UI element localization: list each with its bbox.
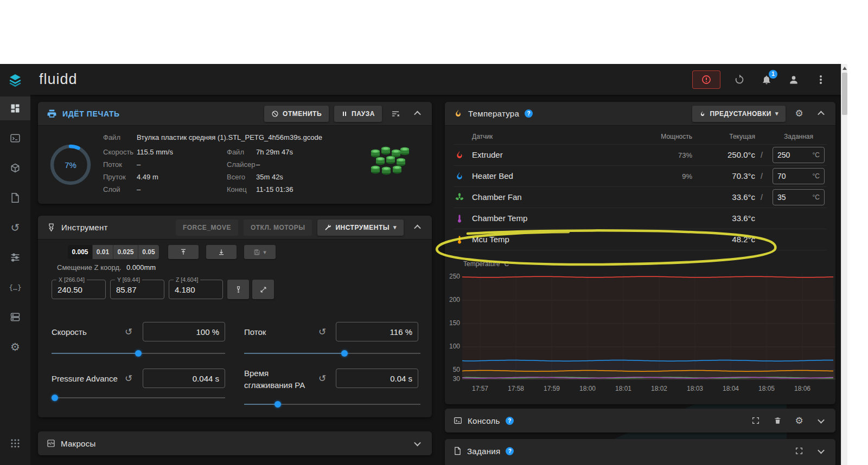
help-icon[interactable]: ?	[525, 109, 533, 118]
z-position-input[interactable]	[169, 280, 222, 299]
jobs-header[interactable]: Задания ?	[445, 439, 835, 463]
speed-reset-icon[interactable]: ↺	[125, 327, 132, 337]
scrollbar-up-arrow[interactable]	[843, 67, 847, 70]
fluidd-logo[interactable]	[0, 68, 30, 92]
speed-field[interactable]	[143, 322, 225, 341]
pa-slider[interactable]	[52, 395, 225, 401]
print-stats-toggle-icon[interactable]	[387, 106, 404, 122]
y-position-field[interactable]: Y [69.44]	[110, 280, 164, 299]
emergency-stop-button[interactable]	[692, 70, 720, 89]
help-icon[interactable]: ?	[506, 447, 514, 455]
smooth-reset-icon[interactable]: ↺	[318, 374, 326, 383]
fullscreen-icon[interactable]	[748, 412, 764, 429]
sidebar-item-tune[interactable]	[0, 246, 30, 269]
sidebar-item-apps[interactable]	[0, 431, 30, 455]
target-value-input[interactable]	[773, 151, 813, 159]
speed-slider[interactable]	[52, 350, 225, 357]
y-position-input[interactable]	[111, 280, 164, 299]
x-position-input[interactable]	[52, 280, 105, 299]
chamber-fan-target-input[interactable]: °C	[773, 189, 825, 205]
macros-header[interactable]: Макросы	[38, 431, 432, 455]
app-bar-actions: 1	[692, 70, 841, 89]
flow-slider-thumb[interactable]	[341, 350, 348, 357]
z-up-button[interactable]	[168, 245, 199, 259]
collapse-card-icon[interactable]	[409, 106, 425, 122]
pa-input[interactable]	[143, 369, 225, 388]
flow-input[interactable]	[336, 322, 418, 341]
position-mode-button[interactable]	[227, 280, 249, 299]
sidebar-item-configure[interactable]: {…}	[0, 275, 30, 299]
flow-slider[interactable]	[244, 350, 420, 357]
stat-label: Файл	[227, 148, 244, 156]
speed-slider-thumb[interactable]	[135, 350, 142, 357]
presets-dropdown-button[interactable]: ПРЕДУСТАНОВКИ ▾	[692, 106, 786, 122]
target-value-input[interactable]	[773, 193, 813, 202]
target-value-input[interactable]	[773, 172, 813, 180]
motors-off-button[interactable]: ОТКЛ. МОТОРЫ	[244, 219, 312, 236]
help-icon[interactable]: ?	[506, 417, 514, 425]
pa-reset-icon[interactable]: ↺	[125, 374, 132, 383]
sensor-name[interactable]: Mcu Temp	[472, 235, 509, 244]
sidebar-item-console[interactable]	[0, 126, 30, 150]
collapse-card-icon[interactable]	[813, 106, 829, 122]
speed-input[interactable]	[143, 322, 225, 341]
z-step-option[interactable]: 0.05	[138, 245, 159, 259]
sensor-name[interactable]: Chamber Fan	[472, 192, 522, 202]
sensor-name[interactable]: Chamber Temp	[472, 214, 527, 223]
trash-icon[interactable]	[769, 412, 786, 429]
sidebar-item-files[interactable]	[0, 186, 30, 210]
sensor-name[interactable]: Extruder	[472, 150, 503, 159]
notifications-bell-icon[interactable]: 1	[758, 72, 775, 88]
z-step-option[interactable]: 0.005	[68, 245, 93, 259]
cancel-print-button[interactable]: ОТМЕНИТЬ	[264, 106, 329, 122]
sidebar-item-history[interactable]: ↺	[0, 216, 30, 240]
collapse-card-icon[interactable]	[409, 219, 425, 236]
sidebar-item-system[interactable]	[0, 305, 30, 329]
sidebar-item-preview[interactable]	[0, 156, 30, 180]
expand-card-icon[interactable]	[813, 443, 829, 459]
temperature-settings-gear-icon[interactable]: ⚙	[791, 106, 807, 122]
smooth-slider[interactable]	[244, 401, 420, 408]
console-settings-gear-icon[interactable]: ⚙	[791, 412, 807, 429]
heater-bed-target-input[interactable]: °C	[773, 168, 825, 184]
sidebar-item-settings[interactable]: ⚙	[0, 335, 30, 359]
move-diagonal-button[interactable]	[252, 280, 274, 299]
z-down-button[interactable]	[206, 245, 237, 259]
flow-field[interactable]	[336, 322, 418, 341]
fullscreen-icon[interactable]	[791, 443, 807, 459]
sidebar-item-dashboard[interactable]	[0, 96, 30, 120]
expand-card-icon[interactable]	[813, 412, 829, 429]
print-thumbnail	[367, 144, 412, 180]
save-z-offset-button[interactable]: ▾	[244, 245, 276, 259]
smooth-input[interactable]	[336, 369, 418, 388]
tools-dropdown-button[interactable]: ИНСТРУМЕНТЫ ▾	[317, 219, 404, 236]
fan-icon	[455, 192, 464, 202]
scrollbar[interactable]	[841, 64, 847, 465]
user-icon[interactable]	[786, 72, 802, 88]
pa-slider-thumb[interactable]	[52, 395, 58, 401]
expand-card-icon[interactable]	[409, 435, 425, 451]
slash-separator: /	[761, 172, 763, 180]
sensor-name[interactable]: Heater Bed	[472, 171, 513, 180]
pa-field[interactable]	[143, 369, 225, 388]
z-position-field[interactable]: Z [4.604]	[169, 280, 223, 299]
console-header[interactable]: Консоль ? ⚙	[445, 409, 835, 432]
force-move-button[interactable]: FORCE_MOVE	[176, 219, 238, 236]
z-step-option[interactable]: 0.01	[93, 245, 113, 259]
x-position-field[interactable]: X [266.04]	[52, 280, 106, 299]
stat-value: –	[137, 160, 141, 169]
smooth-field[interactable]	[336, 369, 418, 388]
flow-reset-icon[interactable]: ↺	[318, 327, 326, 337]
extruder-target-input[interactable]: °C	[773, 147, 825, 163]
host-restart-icon[interactable]	[731, 72, 748, 88]
kebab-menu-icon[interactable]	[813, 72, 829, 88]
pause-print-button[interactable]: ПАУЗА	[334, 106, 382, 122]
app-title[interactable]: fluidd	[39, 71, 78, 88]
temperature-header: Температура ? ПРЕДУСТАНОВКИ ▾ ⚙	[445, 102, 835, 126]
z-step-option[interactable]: 0.025	[113, 245, 138, 259]
smooth-slider-thumb[interactable]	[275, 401, 281, 408]
temperature-card: Температура ? ПРЕДУСТАНОВКИ ▾ ⚙ Датчик М…	[445, 102, 835, 404]
file-name: Втулка пластик средняя (1).STL_PETG_4h56…	[137, 133, 322, 141]
y-axis-label: Y [69.44]	[115, 276, 142, 283]
scrollbar-thumb[interactable]	[842, 73, 847, 115]
